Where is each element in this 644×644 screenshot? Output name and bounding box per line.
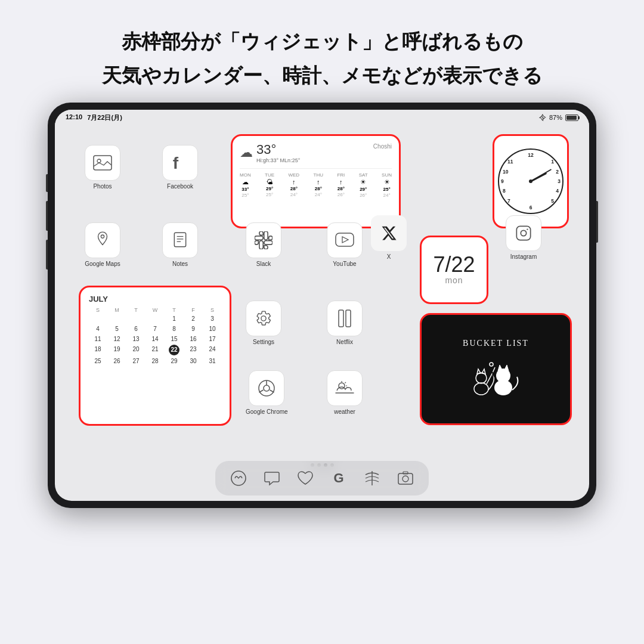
cal-h-m: M <box>108 307 126 313</box>
cal-day-12: 12 <box>108 335 126 343</box>
cal-h-s2: S <box>203 307 221 313</box>
cal-day-13: 13 <box>127 335 145 343</box>
calendar-widget[interactable]: JULY S M T W T F S . . . . <box>79 286 231 426</box>
cal-day-5: 5 <box>108 324 126 333</box>
notes-app[interactable]: Notes <box>162 222 198 267</box>
date-day: mon <box>445 275 463 285</box>
cal-day-2: 2 <box>184 314 202 323</box>
weather-icon <box>327 370 363 406</box>
clock-center <box>529 179 532 183</box>
date-number: 7/22 <box>433 254 475 275</box>
dock-icon-6[interactable] <box>393 466 418 491</box>
cal-day-31: 31 <box>203 357 221 366</box>
netflix-label: Netflix <box>336 339 353 345</box>
netflix-app[interactable]: Netflix <box>327 301 363 345</box>
day-sun: SUN☀25°24° <box>382 172 392 198</box>
slack-label: Slack <box>256 261 271 267</box>
facebook-app[interactable]: f Facebook <box>162 145 198 190</box>
title-area: 赤枠部分が「ウィジェット」と呼ばれるもの 天気やカレンダー、時計、メモなどが表示… <box>66 0 578 103</box>
day-thu: THU↑28°24° <box>314 172 323 198</box>
dock-icon-3[interactable] <box>293 466 318 491</box>
cal-day-8: 8 <box>165 324 183 333</box>
youtube-app[interactable]: YouTube <box>327 222 363 267</box>
slack-app[interactable]: Slack <box>246 222 281 267</box>
notes-label: Notes <box>172 261 188 267</box>
svg-rect-15 <box>174 233 185 247</box>
cal-day-28: 28 <box>146 357 164 366</box>
day-mon: MON☁33°25° <box>240 172 251 198</box>
cal-day-19: 19 <box>108 345 126 355</box>
svg-rect-19 <box>336 233 354 246</box>
notes-icon <box>162 222 198 258</box>
clock-widget[interactable]: 12 1 2 3 4 5 6 7 8 9 10 11 <box>493 134 569 228</box>
cal-day-26: 26 <box>108 357 126 366</box>
settings-app[interactable]: Settings <box>246 301 281 345</box>
cal-day-16: 16 <box>184 335 202 343</box>
svg-point-8 <box>490 363 493 366</box>
instagram-icon <box>506 215 541 251</box>
svg-point-10 <box>97 159 101 163</box>
weather-forecast: MON☁33°25° TUE🌤29°25° WED↑28°24° THU↑28°… <box>240 168 392 198</box>
dock-icon-5[interactable] <box>360 466 385 491</box>
weather-app[interactable]: weather <box>327 370 363 415</box>
day-tue: TUE🌤29°25° <box>265 172 274 198</box>
cal-day-10: 10 <box>203 324 221 333</box>
svg-marker-3 <box>482 369 485 374</box>
cal-day-24: 24 <box>203 345 221 355</box>
status-bar: 12:10 7月22日(月) 令 87% <box>55 110 589 126</box>
youtube-icon <box>327 222 363 258</box>
day-sat: SAT☀29°26° <box>359 172 368 198</box>
wifi-icon: 令 <box>539 113 546 123</box>
facebook-label: Facebook <box>167 183 193 190</box>
cal-day-20: 20 <box>127 345 145 355</box>
photos-label: Photos <box>93 183 112 190</box>
cloud-icon: ☁ <box>240 145 253 160</box>
chrome-app[interactable]: Google Chrome <box>246 370 288 415</box>
youtube-label: YouTube <box>333 261 356 267</box>
chrome-label: Google Chrome <box>246 408 288 415</box>
svg-point-14 <box>527 228 528 230</box>
gmaps-app[interactable]: Google Maps <box>85 222 120 267</box>
cal-day-27: 27 <box>127 357 145 366</box>
twitter-x-app[interactable]: X <box>371 215 407 260</box>
cal-day-15: 15 <box>165 335 183 343</box>
x-label: X <box>387 253 391 260</box>
cal-h-w: W <box>146 307 164 313</box>
title-line2: 天気やカレンダー、時計、メモなどが表示できる <box>102 60 543 92</box>
dock: G <box>215 461 429 496</box>
title-line1: 赤枠部分が「ウィジェット」と呼ばれるもの <box>102 26 543 58</box>
date-widget[interactable]: 7/22 mon <box>420 236 488 304</box>
instagram-label: Instagram <box>510 253 537 260</box>
cal-day-7: 7 <box>146 324 164 333</box>
weather-highlow: Hi:gh:33° MLn:25° <box>256 157 300 163</box>
weather-widget[interactable]: ☁ 33° Hi:gh:33° MLn:25° Choshi MON☁33°25… <box>231 134 401 228</box>
facebook-icon: f <box>162 145 198 181</box>
cal-day-14: 14 <box>146 335 164 343</box>
photos-icon <box>85 145 120 181</box>
dock-icon-1[interactable] <box>226 466 251 491</box>
chrome-icon <box>249 370 284 406</box>
weather-temp: 33° <box>256 142 300 157</box>
gmaps-label: Google Maps <box>85 261 120 267</box>
dock-icon-2[interactable] <box>259 466 284 491</box>
bucket-list-widget[interactable]: Bucket List <box>420 313 572 425</box>
day-wed: WED↑28°24° <box>288 172 299 198</box>
cal-h-s1: S <box>89 307 107 313</box>
svg-marker-2 <box>477 369 481 374</box>
svg-rect-36 <box>403 472 408 474</box>
cal-day-4: 4 <box>89 324 107 333</box>
svg-rect-12 <box>516 226 530 240</box>
ipad-frame: 12:10 7月22日(月) 令 87% <box>48 103 596 508</box>
home-screen: ☁ 33° Hi:gh:33° MLn:25° Choshi MON☁33°25… <box>55 126 589 500</box>
cal-day-9: 9 <box>184 324 202 333</box>
svg-rect-22 <box>346 310 351 327</box>
dock-icon-4[interactable]: G <box>326 466 351 491</box>
svg-line-30 <box>345 382 346 383</box>
photos-app[interactable]: Photos <box>85 145 120 190</box>
instagram-app[interactable]: Instagram <box>506 215 541 260</box>
svg-rect-34 <box>398 473 413 484</box>
svg-marker-20 <box>342 237 348 243</box>
svg-point-0 <box>474 383 488 395</box>
cal-day-17: 17 <box>203 335 221 343</box>
x-icon <box>371 215 407 251</box>
